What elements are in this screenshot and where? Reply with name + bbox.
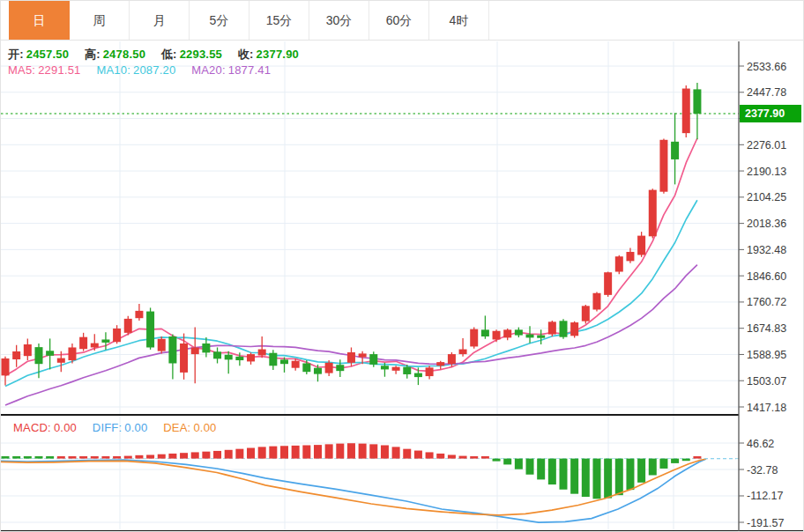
ma5-value: 2291.51	[38, 63, 80, 77]
svg-text:-191.57: -191.57	[747, 517, 784, 529]
diff-label: DIFF:	[93, 421, 123, 434]
ma10-label: MA10:	[96, 63, 130, 77]
tab-timeframe-4[interactable]: 15分	[249, 1, 309, 40]
close-label: 收:	[238, 48, 254, 61]
timeframe-tabs: 日周月5分15分30分60分4时	[1, 1, 803, 41]
open-label: 开:	[8, 48, 24, 61]
tab-timeframe-6[interactable]: 60分	[369, 1, 429, 40]
price-axis: 2533.662447.782276.012190.132104.252018.…	[739, 61, 786, 529]
svg-text:1417.18: 1417.18	[747, 402, 786, 414]
svg-text:2377.90: 2377.90	[745, 107, 785, 120]
svg-text:46.62: 46.62	[747, 438, 774, 450]
dea-label: DEA:	[163, 421, 190, 434]
tab-timeframe-1[interactable]: 周	[70, 1, 130, 40]
candlestick-macd-chart[interactable]: 2533.662447.782276.012190.132104.252018.…	[1, 1, 804, 532]
tab-timeframe-5[interactable]: 30分	[309, 1, 369, 40]
tab-timeframe-3[interactable]: 5分	[190, 1, 249, 40]
svg-text:1760.72: 1760.72	[747, 296, 786, 308]
low-value: 2293.55	[180, 48, 222, 61]
close-value: 2377.90	[257, 48, 299, 61]
svg-text:2018.36: 2018.36	[747, 218, 786, 230]
svg-text:2190.13: 2190.13	[747, 166, 786, 178]
tab-timeframe-2[interactable]: 月	[130, 1, 190, 40]
svg-text:1674.83: 1674.83	[747, 322, 786, 335]
ma20-label: MA20:	[191, 63, 226, 77]
macd-histogram	[2, 443, 702, 499]
candles	[2, 83, 702, 385]
svg-text:1503.07: 1503.07	[747, 375, 786, 388]
dea-value: 0.00	[193, 421, 216, 434]
ohlc-readout: 开:2457.50 高:2478.50 低:2293.55 收:2377.90	[8, 47, 302, 63]
macd-label: MACD:	[13, 421, 51, 434]
macd-value: 0.00	[54, 421, 77, 434]
svg-text:2533.66: 2533.66	[747, 61, 786, 73]
high-label: 高:	[85, 48, 100, 61]
low-label: 低:	[161, 48, 177, 61]
svg-text:1846.60: 1846.60	[747, 270, 786, 283]
current-price-tag: 2377.90	[740, 105, 801, 122]
diff-value: 0.00	[124, 421, 147, 434]
svg-text:1588.95: 1588.95	[747, 349, 786, 361]
svg-text:2276.01: 2276.01	[747, 139, 786, 151]
high-value: 2478.50	[103, 48, 145, 61]
ma-readout: MA5:2291.51 MA10:2087.20 MA20:1877.41	[8, 63, 273, 77]
svg-text:-112.17: -112.17	[747, 490, 784, 502]
open-value: 2457.50	[26, 48, 69, 61]
ma20-line	[5, 265, 697, 405]
macd-readout: MACD:0.00 DIFF:0.00 DEA:0.00	[13, 421, 220, 434]
ma10-value: 2087.20	[133, 63, 175, 77]
svg-text:-32.78: -32.78	[747, 464, 778, 477]
ma20-value: 1877.41	[228, 63, 271, 77]
tab-timeframe-0[interactable]: 日	[9, 1, 70, 40]
tab-timeframe-7[interactable]: 4时	[429, 1, 489, 40]
svg-text:2447.78: 2447.78	[747, 86, 786, 99]
svg-text:1932.48: 1932.48	[747, 244, 786, 256]
ma5-label: MA5:	[8, 63, 35, 77]
svg-text:2104.25: 2104.25	[747, 191, 786, 203]
kline-chart-window: 日周月5分15分30分60分4时 2533.662447.782276.0121…	[0, 0, 804, 532]
